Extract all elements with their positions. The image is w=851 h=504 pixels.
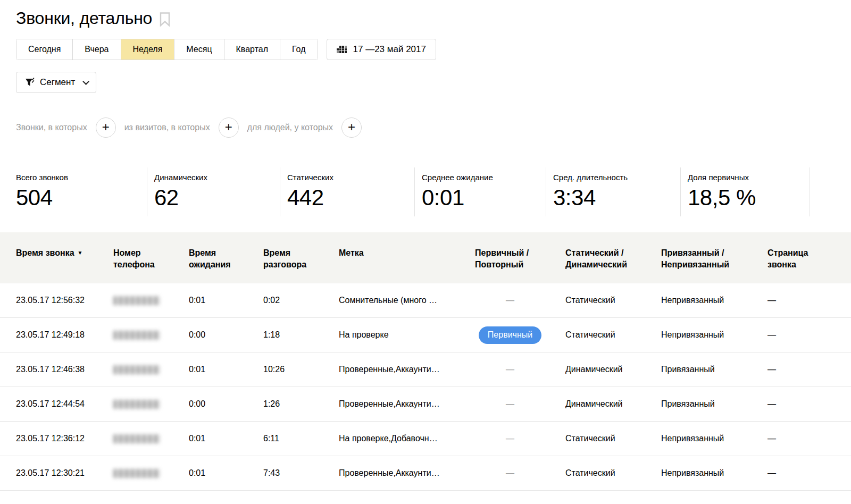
period-tabs: Сегодня Вчера Неделя Месяц Квартал Год (16, 39, 318, 60)
tab-month[interactable]: Месяц (174, 39, 224, 60)
page-header: Звонки, детально (0, 0, 851, 28)
wait-time: 0:01 (189, 296, 263, 305)
funnel-icon (25, 78, 35, 87)
table-row: 23.05.17 12:49:18 0:00 1:18 На проверке … (0, 318, 851, 352)
blurred-phone (113, 331, 160, 340)
tab-week[interactable]: Неделя (121, 39, 175, 60)
tag: На проверке,Добавочн… (339, 434, 475, 443)
first-repeat: — (475, 399, 565, 409)
col-static-dynamic: Статический / Динамический (565, 232, 661, 283)
call-page: — (767, 330, 851, 340)
call-time: 23.05.17 12:36:12 (0, 434, 113, 443)
wait-time: 0:01 (189, 468, 263, 478)
segment-button[interactable]: Сегмент (16, 72, 96, 93)
col-phone: Номер телефона (113, 232, 189, 283)
bound-state: Непривязанный (661, 330, 767, 340)
date-range-label: 17 —23 май 2017 (353, 44, 426, 55)
blurred-phone (113, 434, 160, 443)
tab-year[interactable]: Год (280, 39, 317, 60)
segment-row: Сегмент (16, 72, 835, 93)
col-call-time[interactable]: Время звонка▼ (0, 232, 113, 283)
stat-first-share: Доля первичных 18,5 % (681, 167, 810, 216)
stat-avg-duration: Сред. длительность 3:34 (546, 167, 681, 216)
talk-time: 1:26 (263, 399, 339, 409)
filter-visits-label: из визитов, в которых (124, 123, 210, 132)
page-title: Звонки, детально (16, 9, 152, 28)
filter-calls-label: Звонки, в которых (16, 123, 87, 132)
col-tag: Метка (339, 232, 475, 283)
talk-time: 7:43 (263, 468, 339, 478)
add-call-filter-button[interactable]: + (96, 117, 116, 138)
tab-quarter[interactable]: Квартал (224, 39, 280, 60)
bound-state: Непривязанный (661, 468, 767, 478)
bound-state: Привязанный (661, 365, 767, 374)
tag: Проверенные,Аккаунти… (339, 399, 475, 409)
first-repeat: — (475, 296, 565, 305)
call-time: 23.05.17 12:30:21 (0, 468, 113, 478)
blurred-phone (113, 469, 160, 478)
chevron-down-icon (83, 78, 90, 85)
first-repeat: — (475, 468, 565, 478)
call-page: — (767, 468, 851, 478)
sort-desc-icon: ▼ (78, 250, 83, 256)
call-time: 23.05.17 12:49:18 (0, 330, 113, 340)
talk-time: 1:18 (263, 330, 339, 340)
tab-today[interactable]: Сегодня (16, 39, 73, 60)
col-talk-time: Время разговора (263, 232, 339, 283)
calls-detail-page: Звонки, детально Сегодня Вчера Неделя Ме… (0, 0, 851, 504)
static-dynamic: Статический (565, 468, 661, 478)
wait-time: 0:01 (189, 365, 263, 374)
bound-state: Привязанный (661, 399, 767, 409)
table-row: 23.05.17 12:56:32 0:01 0:02 Сомнительные… (0, 283, 851, 318)
phone-number-redacted (113, 400, 189, 409)
filter-builder: Звонки, в которых + из визитов, в которы… (16, 117, 835, 138)
add-person-filter-button[interactable]: + (341, 117, 362, 138)
wait-time: 0:00 (189, 330, 263, 340)
wait-time: 0:01 (189, 434, 263, 443)
blurred-phone (113, 365, 160, 374)
bookmark-icon[interactable] (160, 12, 170, 27)
call-time: 23.05.17 12:44:54 (0, 399, 113, 409)
period-toolbar: Сегодня Вчера Неделя Месяц Квартал Год 1… (16, 39, 835, 60)
call-time: 23.05.17 12:46:38 (0, 365, 113, 374)
tab-yesterday[interactable]: Вчера (73, 39, 121, 60)
static-dynamic: Динамический (565, 365, 661, 374)
phone-number-redacted (113, 434, 189, 443)
segment-label: Сегмент (40, 77, 75, 88)
bound-state: Непривязанный (661, 434, 767, 443)
call-page: — (767, 434, 851, 443)
add-visit-filter-button[interactable]: + (219, 117, 239, 138)
table-row: 23.05.17 12:36:12 0:01 6:11 На проверке,… (0, 422, 851, 456)
call-page: — (767, 296, 851, 305)
calls-table: Время звонка▼ Номер телефона Время ожида… (0, 232, 851, 491)
tag: На проверке (339, 330, 475, 340)
tag: Проверенные,Аккаунти… (339, 365, 475, 374)
primary-badge: Первичный (479, 326, 541, 344)
call-page: — (767, 365, 851, 374)
static-dynamic: Статический (565, 330, 661, 340)
bound-state: Непривязанный (661, 296, 767, 305)
col-bound: Привязанный / Непривязанный (661, 232, 767, 283)
static-dynamic: Динамический (565, 399, 661, 409)
talk-time: 0:02 (263, 296, 339, 305)
phone-number-redacted (113, 469, 189, 478)
stat-dynamic: Динамических 62 (147, 167, 280, 216)
col-wait-time: Время ожидания (189, 232, 263, 283)
stat-avg-wait: Среднее ожидание 0:01 (415, 167, 546, 216)
date-range-button[interactable]: 17 —23 май 2017 (327, 39, 436, 60)
first-repeat: — (475, 434, 565, 443)
summary-stats: Всего звонков 504 Динамических 62 Статич… (0, 167, 851, 216)
phone-number-redacted (113, 365, 189, 374)
col-first-repeat: Первичный / Повторный (475, 232, 565, 283)
phone-number-redacted (113, 331, 189, 340)
call-time: 23.05.17 12:56:32 (0, 296, 113, 305)
table-row: 23.05.17 12:46:38 0:01 10:26 Проверенные… (0, 352, 851, 387)
phone-number-redacted (113, 296, 189, 305)
col-call-page: Страница звонка (767, 232, 851, 283)
talk-time: 6:11 (263, 434, 339, 443)
table-row: 23.05.17 12:30:21 0:01 7:43 Проверенные,… (0, 456, 851, 491)
blurred-phone (113, 400, 160, 409)
calendar-icon (337, 46, 347, 53)
static-dynamic: Статический (565, 296, 661, 305)
stat-total-calls: Всего звонков 504 (16, 167, 147, 216)
